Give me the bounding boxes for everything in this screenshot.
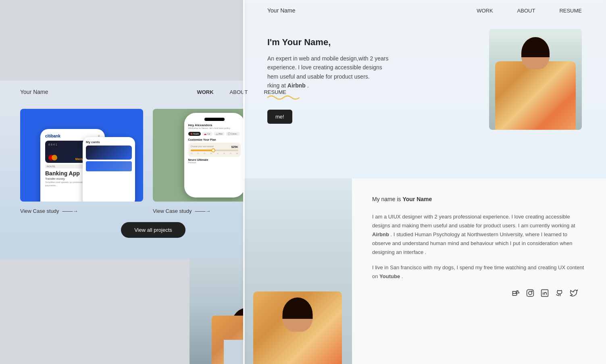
mark-40: 40 <box>210 152 212 154</box>
about-photo-container <box>243 179 352 364</box>
behance-icon[interactable] <box>512 289 520 299</box>
hero-photo <box>489 29 582 130</box>
tab-health: 🫀 Health <box>188 132 201 136</box>
about-airbnb: Airbnb <box>372 231 389 237</box>
about-youtube: Youtube <box>379 273 400 279</box>
slider-fill <box>191 150 212 151</box>
right-nav-resume[interactable]: RESUME <box>559 8 582 14</box>
about-para2: I live in San francisco with my dogs, I … <box>372 263 586 281</box>
mark-60: 60 <box>223 152 225 154</box>
mark-20: 20 <box>197 152 199 154</box>
svg-point-2 <box>529 291 532 295</box>
svg-point-3 <box>532 291 533 292</box>
neuro-phone-mockup: Hey Alexandera Welcome to Neuro, let's f… <box>184 113 245 198</box>
banking-app-image: citibank ≡ 8841 45K Mastercard <box>20 109 143 202</box>
hero-desc-line2: experience. I love creating accessible d… <box>267 64 382 71</box>
about-content: My name is Your Name I am a UIUX designe… <box>352 179 606 364</box>
hero-desc-line1: An expert in web and mobile design,with … <box>267 55 388 62</box>
banking-view-case-text: View Case study <box>20 208 59 214</box>
tab-car: 🚗 Car <box>202 132 212 136</box>
hero-photo-inner <box>489 29 582 130</box>
banking-phone2-mockup: My cards <box>83 137 135 202</box>
social-links <box>372 289 586 299</box>
mark-80: 80 <box>236 152 238 154</box>
slider-track <box>191 150 238 151</box>
tab-comm: 💬 Comm.. <box>226 132 240 136</box>
my-cards-header: My cards <box>86 140 132 144</box>
photo-head <box>521 37 550 69</box>
photo-body <box>495 61 576 130</box>
github-icon[interactable] <box>555 289 563 299</box>
mark-10: 10 <box>191 152 192 154</box>
about-para1: I am a UIUX designer with 2 years profes… <box>372 212 586 257</box>
tab-bike: 🚲 Bike <box>214 132 225 136</box>
right-nav-name: Your Name <box>267 7 296 14</box>
banking-view-case-link[interactable]: View Case study ——→ <box>20 208 143 214</box>
left-nav-links: WORK ABOUT RESUME <box>197 89 286 95</box>
left-nav: Your Name WORK ABOUT RESUME <box>0 81 306 103</box>
banking-app-card: citibank ≡ 8841 45K Mastercard <box>20 109 143 214</box>
hero-greeting: I'm Your Name, <box>267 37 473 48</box>
slider-value: $25K <box>231 146 238 148</box>
neuro-tabs: 🫀 Health 🚗 Car 🚲 Bike 💬 Comm.. <box>188 132 241 136</box>
neuro-greeting: Hey Alexandera <box>188 123 241 127</box>
neuro-sub: Welcome to Neuro, let's find best policy <box>188 127 241 129</box>
right-about-page: Your Name WORK ABOUT RESUME I'm Your Nam… <box>243 0 606 364</box>
slider-header: Choose your sum insured $25K <box>191 145 238 148</box>
about-section: My name is Your Name I am a UIUX designe… <box>243 179 606 364</box>
hero-desc-line3: hem useful and usable for product users. <box>267 73 370 80</box>
citibank-logo: citibank <box>45 134 60 138</box>
photo-hair <box>521 37 550 57</box>
banking-card-bg: citibank ≡ 8841 45K Mastercard <box>20 109 143 202</box>
neuro-view-case-text: View Case study <box>153 208 192 214</box>
hire-me-button[interactable]: me! <box>267 110 292 124</box>
right-nav-links: WORK ABOUT RESUME <box>477 8 582 14</box>
about-name-bold: Your Name <box>402 196 432 202</box>
neuro-bottom-sub: Premium <box>188 161 241 164</box>
mastercard-circle2 <box>52 155 57 160</box>
about-para2-start: I live in San francisco with my dogs, I … <box>372 264 584 279</box>
hero-section: I'm Your Name, An expert in web and mobi… <box>243 21 606 130</box>
twitter-icon[interactable] <box>570 289 578 299</box>
right-arrow-icon-2: ——→ <box>195 208 211 214</box>
right-arrow-icon: ——→ <box>62 208 78 214</box>
page-divider <box>243 0 245 364</box>
my-name-intro: My name is <box>372 196 401 202</box>
mini-card-1 <box>86 146 132 160</box>
instagram-icon[interactable] <box>526 289 534 299</box>
right-nav-work[interactable]: WORK <box>477 8 493 14</box>
phone-notch <box>204 118 225 121</box>
mark-50: 50 <box>217 152 218 154</box>
about-title-para: My name is Your Name <box>372 195 586 204</box>
hero-desc-end: . <box>307 82 309 89</box>
slider-thumb <box>211 148 215 152</box>
neuro-bottom-title: Neuro Ultimate <box>188 158 241 161</box>
slider-label: Choose your sum insured <box>191 145 214 148</box>
mark-70: 70 <box>230 152 231 154</box>
about-para1-text: I am a UIUX designer with 2 years profes… <box>372 214 575 229</box>
card-number: 8841 <box>48 143 58 146</box>
mark-30: 30 <box>204 152 205 154</box>
about-photo-inner <box>243 179 352 364</box>
left-nav-about[interactable]: ABOUT <box>230 89 248 95</box>
about-para2-end: . <box>402 273 403 279</box>
slider-marks: 10 20 30 40 50 60 70 80 <box>191 152 238 154</box>
about-photo-hair <box>283 297 313 319</box>
left-nav-work[interactable]: WORK <box>197 89 213 95</box>
about-photo-head <box>283 297 313 332</box>
neuro-slider-container: Choose your sum insured $25K 10 20 <box>188 143 241 157</box>
hero-text: I'm Your Name, An expert in web and mobi… <box>267 29 473 130</box>
neuro-plan-title: Customize Your Plan <box>188 138 241 141</box>
right-nav-about[interactable]: ABOUT <box>517 8 535 14</box>
about-para1-cont: . I studied Human Psychology at Northwes… <box>372 231 573 255</box>
svg-rect-1 <box>527 290 534 297</box>
view-all-projects-button[interactable]: View all projects <box>121 222 185 238</box>
mini-card-2 <box>86 161 132 171</box>
left-nav-name: Your Name <box>20 89 48 95</box>
right-nav: Your Name WORK ABOUT RESUME <box>243 0 606 21</box>
linkedin-icon[interactable] <box>541 289 549 299</box>
left-nav-resume[interactable]: RESUME <box>264 89 286 95</box>
